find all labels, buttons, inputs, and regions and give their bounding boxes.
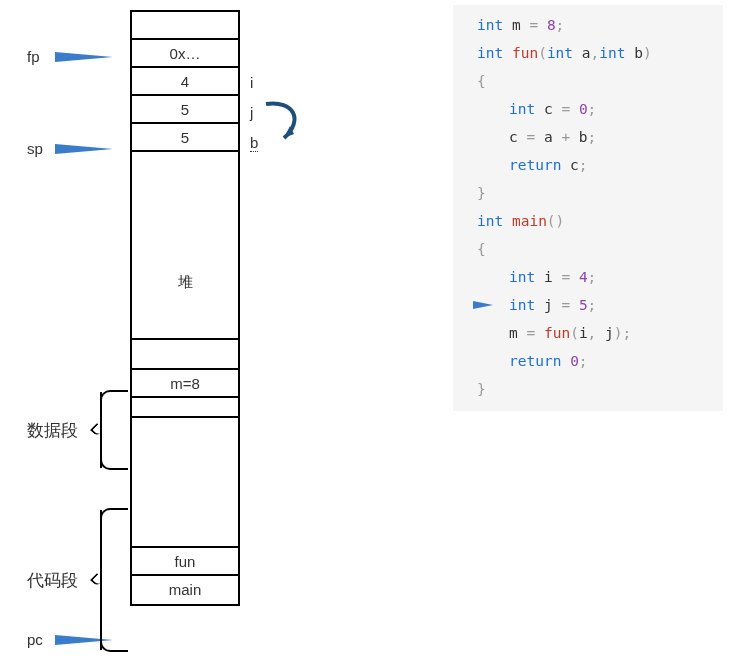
stack-cell-i: 4 xyxy=(132,68,238,96)
code-line: int c = 0; xyxy=(477,95,713,123)
code-line: int i = 4; xyxy=(477,263,713,291)
anno-i: i xyxy=(250,74,253,91)
stack-cell-b: 5 xyxy=(132,124,238,152)
heap-region: 堆 xyxy=(132,152,238,340)
stack-cell-j: 5 xyxy=(132,96,238,124)
stack-cell xyxy=(132,12,238,40)
code-line: return 0; xyxy=(477,347,713,375)
code-block: int m = 8;int fun(int a,int b){int c = 0… xyxy=(453,5,723,411)
data-cell-m: m=8 xyxy=(132,370,238,398)
code-seg-gap xyxy=(132,418,238,548)
code-line: } xyxy=(477,375,713,403)
data-segment-label: 数据段 xyxy=(27,419,78,442)
code-line: int fun(int a,int b) xyxy=(477,39,713,67)
fp-arrow-icon xyxy=(55,52,113,62)
code-line: c = a + b; xyxy=(477,123,713,151)
fp-label: fp xyxy=(27,48,40,65)
pc-label: pc xyxy=(27,631,43,648)
code-segment-label: 代码段 xyxy=(27,569,78,592)
code-line: } xyxy=(477,179,713,207)
data-seg-bottom xyxy=(132,398,238,418)
current-line-arrow-icon xyxy=(473,301,493,309)
data-seg-top xyxy=(132,340,238,370)
code-line: m = fun(i, j); xyxy=(477,319,713,347)
stack-cell-addr: 0x… xyxy=(132,40,238,68)
anno-b: b xyxy=(250,134,258,151)
code-cell-fun: fun xyxy=(132,548,238,576)
code-line: { xyxy=(477,235,713,263)
memory-column: 0x… 4 5 5 堆 m=8 fun main xyxy=(130,10,240,606)
sp-arrow-icon xyxy=(55,144,113,154)
code-line: int m = 8; xyxy=(477,11,713,39)
brace-data-icon xyxy=(100,392,128,468)
brace-code-icon xyxy=(100,510,128,650)
code-line: int main() xyxy=(477,207,713,235)
sp-label: sp xyxy=(27,140,43,157)
copy-arrow-icon xyxy=(260,98,310,148)
code-cell-main: main xyxy=(132,576,238,604)
anno-j: j xyxy=(250,104,253,121)
code-line: int j = 5; xyxy=(477,291,713,319)
code-line: { xyxy=(477,67,713,95)
code-line: return c; xyxy=(477,151,713,179)
